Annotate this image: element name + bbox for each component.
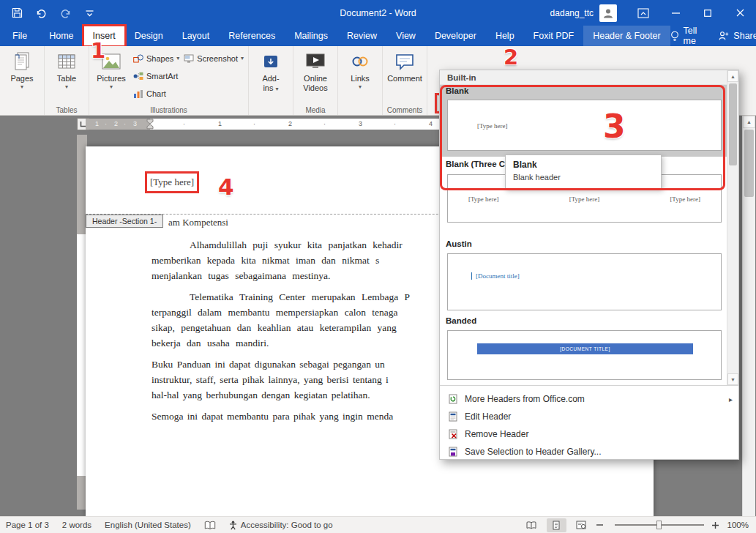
ruler-number: 2 bbox=[288, 120, 292, 128]
gallery-preview-text: [Type here] bbox=[569, 195, 600, 203]
proofing-book-icon[interactable] bbox=[204, 521, 216, 530]
chevron-down-icon: ▾ bbox=[359, 83, 362, 90]
web-layout-button[interactable] bbox=[572, 518, 591, 532]
screenshot-button[interactable]: Screenshot ▾ bbox=[181, 51, 246, 65]
online-videos-button[interactable]: Online Videos bbox=[296, 48, 335, 104]
menu-edit-header[interactable]: Edit Header bbox=[440, 408, 738, 425]
tab-help[interactable]: Help bbox=[486, 26, 524, 46]
scroll-up-icon[interactable]: ▲ bbox=[743, 116, 755, 128]
ruler-number: 3 bbox=[133, 120, 137, 128]
zoom-out-icon[interactable] bbox=[596, 524, 607, 526]
shapes-icon bbox=[133, 54, 143, 63]
gallery-preview-text: [Type here] bbox=[468, 195, 499, 203]
group-links: Links ▾ bbox=[338, 46, 383, 115]
group-label-illustrations: Illustrations bbox=[89, 106, 248, 114]
group-label-comments: Comments bbox=[383, 106, 427, 114]
ruler-number: 4 bbox=[429, 120, 433, 128]
menu-more-headers[interactable]: More Headers from Office.com ▸ bbox=[440, 390, 738, 408]
tab-insert[interactable]: Insert bbox=[83, 26, 125, 46]
menu-label: Edit Header bbox=[465, 411, 511, 422]
table-button[interactable]: Table ▾ bbox=[47, 48, 86, 104]
language-indicator[interactable]: English (United States) bbox=[105, 521, 191, 529]
online-videos-label-line1: Online bbox=[304, 74, 327, 83]
addins-icon bbox=[262, 50, 280, 73]
gallery-footer-menu: More Headers from Office.com ▸ Edit Head… bbox=[440, 385, 738, 459]
read-mode-button[interactable] bbox=[522, 518, 542, 532]
addins-button[interactable]: Add- ins ▾ bbox=[251, 48, 291, 104]
account-name[interactable]: dadang_ttc bbox=[550, 8, 594, 18]
gallery-preview-text: [Document title] bbox=[471, 272, 520, 280]
tab-review[interactable]: Review bbox=[337, 26, 386, 46]
comment-label: Comment bbox=[387, 74, 422, 83]
comment-button[interactable]: Comment bbox=[385, 48, 424, 104]
maximize-button[interactable] bbox=[692, 0, 724, 26]
tooltip-title: Blank bbox=[513, 160, 654, 170]
minimize-button[interactable] bbox=[659, 0, 692, 26]
redo-icon[interactable] bbox=[59, 7, 72, 20]
titlebar: Document2 - Word dadang_ttc bbox=[0, 0, 756, 26]
ruler-tick: · bbox=[183, 120, 185, 128]
chart-label: Chart bbox=[146, 89, 166, 98]
group-label-media: Media bbox=[293, 106, 337, 114]
scroll-up-icon[interactable]: ▲ bbox=[727, 70, 738, 82]
header-placeholder[interactable]: [Type here] bbox=[150, 176, 194, 188]
ruler-number: 1 bbox=[218, 120, 222, 128]
tab-design[interactable]: Design bbox=[125, 26, 173, 46]
smartart-button[interactable]: SmartArt bbox=[131, 69, 181, 83]
tab-developer[interactable]: Developer bbox=[425, 26, 486, 46]
scroll-down-icon[interactable]: ▼ bbox=[727, 373, 738, 385]
tab-view[interactable]: View bbox=[386, 26, 425, 46]
zoom-level[interactable]: 100% bbox=[727, 521, 749, 529]
word-count[interactable]: 2 words bbox=[62, 521, 91, 529]
tab-references[interactable]: References bbox=[219, 26, 285, 46]
gallery-item-banded[interactable]: [DOCUMENT TITLE] bbox=[447, 330, 722, 380]
gallery-item-blank[interactable]: [Type here] bbox=[447, 100, 722, 151]
indent-markers[interactable] bbox=[146, 119, 154, 130]
table-label: Table bbox=[57, 74, 76, 83]
gallery-scrollbar[interactable]: ▲ ▼ bbox=[727, 70, 738, 385]
pages-button[interactable]: Pages ▾ bbox=[2, 48, 42, 104]
tab-mailings[interactable]: Mailings bbox=[285, 26, 337, 46]
banded-title-band: [DOCUMENT TITLE] bbox=[477, 343, 693, 354]
accessibility-status[interactable]: Accessibility: Good to go bbox=[229, 521, 333, 530]
close-button[interactable] bbox=[724, 0, 756, 26]
customize-quick-access-icon[interactable] bbox=[83, 7, 96, 20]
status-bar: Page 1 of 3 2 words English (United Stat… bbox=[0, 516, 756, 533]
shapes-button[interactable]: Shapes ▾ bbox=[131, 51, 181, 65]
tab-layout[interactable]: Layout bbox=[173, 26, 220, 46]
accessibility-label: Accessibility: Good to go bbox=[241, 521, 333, 529]
share-control[interactable]: Share bbox=[719, 31, 756, 41]
ribbon-display-options-icon[interactable] bbox=[627, 0, 659, 26]
zoom-slider[interactable] bbox=[615, 524, 704, 526]
document-scrollbar[interactable]: ▲ bbox=[742, 116, 755, 516]
tab-header-footer[interactable]: Header & Footer bbox=[583, 26, 670, 46]
zoom-slider-thumb[interactable] bbox=[656, 521, 662, 529]
document-heading: am Kompetensi bbox=[168, 217, 228, 228]
tab-foxit-pdf[interactable]: Foxit PDF bbox=[524, 26, 584, 46]
menu-remove-header[interactable]: Remove Header bbox=[440, 425, 738, 443]
tell-me-label: Tell me bbox=[684, 26, 697, 46]
gallery-item-austin[interactable]: [Document title] bbox=[447, 253, 722, 310]
zoom-in-icon[interactable] bbox=[712, 522, 722, 529]
pictures-button[interactable]: Pictures ▾ bbox=[91, 48, 131, 104]
ruler-number: 1 bbox=[95, 120, 99, 128]
tab-home[interactable]: Home bbox=[40, 26, 83, 46]
scrollbar-thumb[interactable] bbox=[729, 83, 737, 165]
print-layout-button[interactable] bbox=[547, 518, 566, 532]
group-pages: Pages ▾ bbox=[0, 46, 45, 115]
tell-me-control[interactable]: Tell me bbox=[670, 26, 697, 46]
chart-button[interactable]: Chart bbox=[131, 86, 181, 100]
chart-icon bbox=[133, 89, 143, 98]
group-illustrations: Pictures ▾ Shapes ▾ SmartArt bbox=[89, 46, 249, 115]
chevron-down-icon: ▾ bbox=[176, 55, 179, 61]
save-icon[interactable] bbox=[10, 7, 23, 20]
undo-icon[interactable] bbox=[34, 7, 48, 20]
links-button[interactable]: Links ▾ bbox=[340, 48, 380, 104]
gallery-item-austin-name: Austin bbox=[446, 239, 472, 248]
page-indicator[interactable]: Page 1 of 3 bbox=[6, 521, 49, 529]
account-avatar[interactable] bbox=[599, 4, 617, 22]
menu-save-selection[interactable]: Save Selection to Header Gallery... bbox=[440, 443, 738, 461]
menu-label: More Headers from Office.com bbox=[465, 394, 585, 404]
tab-file[interactable]: File bbox=[0, 26, 40, 46]
scrollbar-thumb[interactable] bbox=[744, 130, 754, 197]
